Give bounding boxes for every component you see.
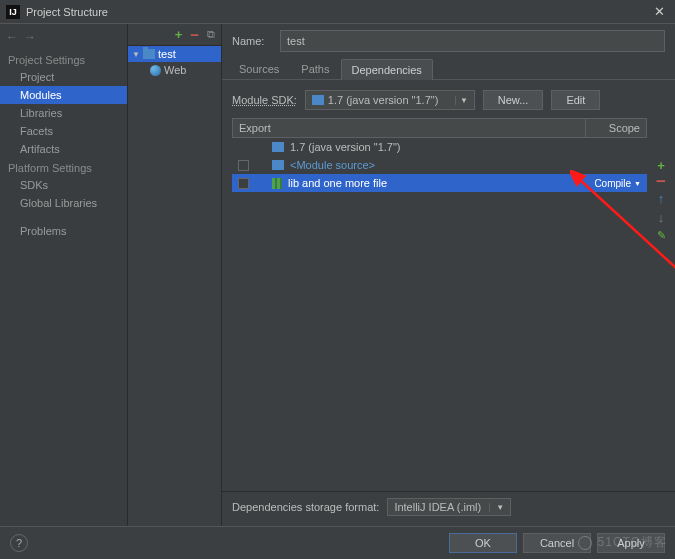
apply-button[interactable]: Apply: [597, 533, 665, 553]
module-folder-icon: [143, 49, 155, 59]
deps-side-toolbar: + − ↑ ↓ ✎: [653, 158, 669, 242]
storage-label: Dependencies storage format:: [232, 501, 379, 513]
name-label: Name:: [232, 35, 272, 47]
chevron-down-icon: ▼: [489, 503, 504, 512]
close-button[interactable]: ✕: [649, 2, 669, 22]
move-up-icon[interactable]: ↑: [653, 191, 669, 206]
remove-dep-icon[interactable]: −: [653, 177, 669, 187]
chevron-down-icon: ▼: [634, 180, 641, 187]
module-tree: + − ⧉ ▼ test Web: [128, 24, 222, 526]
module-tabs: Sources Paths Dependencies: [222, 58, 675, 80]
tab-dependencies[interactable]: Dependencies: [341, 59, 433, 80]
dep-label: 1.7 (java version "1.7"): [290, 141, 401, 153]
dep-label: <Module source>: [290, 159, 375, 171]
new-sdk-button[interactable]: New...: [483, 90, 544, 110]
title-bar: IJ Project Structure ✕: [0, 0, 675, 24]
dep-row-module-source[interactable]: <Module source>: [232, 156, 647, 174]
main-panel: Name: Sources Paths Dependencies Module …: [222, 24, 675, 526]
col-export[interactable]: Export: [233, 119, 586, 137]
edit-sdk-button[interactable]: Edit: [551, 90, 600, 110]
tree-node-web[interactable]: Web: [128, 62, 221, 78]
dep-row-sdk[interactable]: 1.7 (java version "1.7"): [232, 138, 647, 156]
scope-select[interactable]: Compile ▼: [594, 178, 641, 189]
expand-icon[interactable]: ▼: [132, 50, 140, 59]
forward-icon[interactable]: →: [24, 30, 36, 44]
sidebar-item-libraries[interactable]: Libraries: [0, 104, 127, 122]
sidebar-item-sdks[interactable]: SDKs: [0, 176, 127, 194]
copy-module-icon[interactable]: ⧉: [207, 28, 215, 41]
tab-sources[interactable]: Sources: [228, 58, 290, 79]
add-module-icon[interactable]: +: [175, 27, 183, 42]
cancel-button[interactable]: Cancel: [523, 533, 591, 553]
help-button[interactable]: ?: [10, 534, 28, 552]
remove-module-icon[interactable]: −: [190, 31, 199, 39]
sidebar-item-problems[interactable]: Problems: [0, 222, 127, 240]
sidebar-item-artifacts[interactable]: Artifacts: [0, 140, 127, 158]
library-icon: [272, 178, 282, 189]
dialog-footer: ? OK Cancel Apply: [0, 526, 675, 559]
web-facet-icon: [150, 65, 161, 76]
edit-dep-icon[interactable]: ✎: [653, 229, 669, 242]
ok-button[interactable]: OK: [449, 533, 517, 553]
add-dep-icon[interactable]: +: [653, 158, 669, 173]
back-icon[interactable]: ←: [6, 30, 18, 44]
module-source-icon: [272, 160, 284, 170]
settings-sidebar: ← → Project Settings Project Modules Lib…: [0, 24, 128, 526]
tree-node-test[interactable]: ▼ test: [128, 46, 221, 62]
module-sdk-select[interactable]: 1.7 (java version "1.7") ▼: [305, 90, 475, 110]
export-checkbox[interactable]: [238, 160, 249, 171]
sdk-icon: [312, 95, 324, 105]
sidebar-item-facets[interactable]: Facets: [0, 122, 127, 140]
deps-table-header: Export Scope: [232, 118, 647, 138]
export-checkbox[interactable]: [238, 178, 249, 189]
move-down-icon[interactable]: ↓: [653, 210, 669, 225]
window-title: Project Structure: [26, 6, 649, 18]
sdk-folder-icon: [272, 142, 284, 152]
sidebar-item-project[interactable]: Project: [0, 68, 127, 86]
dep-row-lib[interactable]: lib and one more file Compile ▼: [232, 174, 647, 192]
module-name-input[interactable]: [280, 30, 665, 52]
module-sdk-label: Module SDK:: [232, 94, 297, 106]
sidebar-item-global-libs[interactable]: Global Libraries: [0, 194, 127, 212]
col-scope[interactable]: Scope: [586, 119, 646, 137]
section-platform-settings: Platform Settings: [0, 158, 127, 176]
tree-node-label: Web: [164, 64, 186, 76]
chevron-down-icon: ▼: [455, 96, 468, 105]
section-project-settings: Project Settings: [0, 50, 127, 68]
tree-node-label: test: [158, 48, 176, 60]
app-logo-icon: IJ: [6, 5, 20, 19]
storage-format-select[interactable]: IntelliJ IDEA (.iml) ▼: [387, 498, 511, 516]
sdk-value: 1.7 (java version "1.7"): [328, 94, 439, 106]
tab-paths[interactable]: Paths: [290, 58, 340, 79]
sidebar-item-modules[interactable]: Modules: [0, 86, 127, 104]
dep-label: lib and one more file: [288, 177, 387, 189]
